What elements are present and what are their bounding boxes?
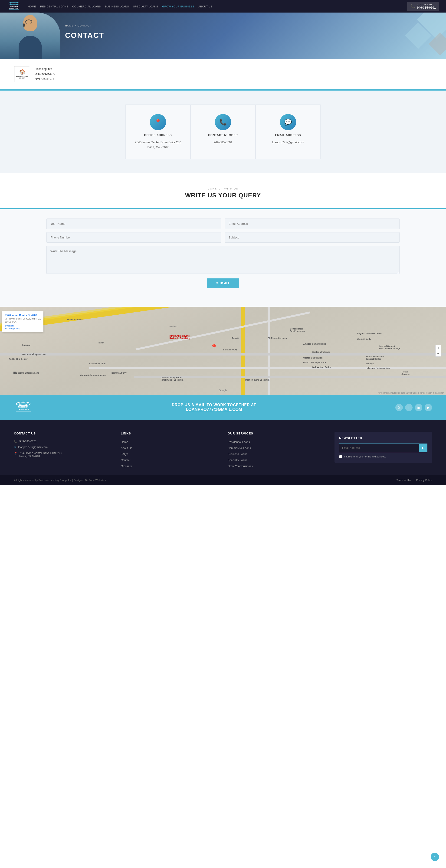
footer-email-item: ✉ loanpro777@gmail.com bbox=[14, 445, 112, 449]
footer-logo-svg: PRECISION LENDING GROUP bbox=[14, 401, 32, 414]
footer-services-col: OUR SERVICES Residential Loans Commercia… bbox=[228, 432, 325, 468]
message-textarea[interactable] bbox=[47, 246, 399, 274]
form-row-2 bbox=[47, 232, 399, 243]
breadcrumb-current: CONTACT bbox=[78, 24, 91, 27]
footer-service-grow[interactable]: Grow Your Business bbox=[228, 464, 325, 468]
contact-number-title: CONTACT NUMBER bbox=[208, 133, 238, 137]
map-road-h1 bbox=[0, 353, 446, 355]
phone-icon: 📞 bbox=[411, 4, 415, 8]
footer-link-faq[interactable]: FAQ's bbox=[121, 452, 218, 456]
svg-text:LENDING GROUP: LENDING GROUP bbox=[9, 7, 19, 9]
submit-row: SUBMIT bbox=[47, 278, 399, 298]
footer-service-business[interactable]: Business Loans bbox=[228, 452, 325, 456]
contact-cards-section: 📍 OFFICE ADDRESS 7540 Irvine Center Driv… bbox=[0, 91, 446, 173]
footer-service-commercial[interactable]: Commercial Loans bbox=[228, 446, 325, 450]
terms-link[interactable]: Terms of Use bbox=[396, 479, 412, 482]
social-linkedin[interactable]: in bbox=[415, 404, 422, 411]
breadcrumb: HOME › CONTACT bbox=[65, 24, 91, 27]
copyright-text: All rights reserved by Precision Lending… bbox=[14, 479, 106, 482]
svg-point-6 bbox=[19, 403, 27, 405]
map-placeholder[interactable]: Thales Avionics Masimo PC Expert Service… bbox=[0, 307, 446, 395]
location-icon: 📍 bbox=[154, 119, 162, 126]
map-pin: 📍 bbox=[210, 344, 218, 351]
footer-link-contact[interactable]: Contact bbox=[121, 458, 218, 462]
equal-housing-icon: 🏠 EQUAL HOUSINGLENDER bbox=[14, 66, 30, 82]
map-section: Thales Avionics Masimo PC Expert Service… bbox=[0, 307, 446, 395]
map-label-barranca2: Barranca Pkwy bbox=[112, 372, 127, 374]
footer-link-glossary[interactable]: Glossary bbox=[121, 464, 218, 468]
logo[interactable]: PRECISION LENDING GROUP bbox=[7, 1, 21, 11]
nav-item-about[interactable]: ABOUT US bbox=[198, 4, 212, 8]
map-label-masimo: Masimo bbox=[170, 325, 177, 328]
nav-item-specialty[interactable]: SPECIALTY LOANS bbox=[133, 4, 158, 8]
card-contact-number: 📞 CONTACT NUMBER 949-385-0701 bbox=[190, 104, 256, 159]
newsletter-agree-text: I agree to all your terms and policies. bbox=[344, 455, 386, 458]
footer-drop-title: DROP US A MAIL TO WORK TOGETHER AT bbox=[42, 403, 386, 407]
footer-email[interactable]: LOANPRO777@GMAIL.COM bbox=[42, 407, 386, 412]
footer-newsletter-col: NEWSLETTER ➤ I agree to all your terms a… bbox=[334, 432, 432, 468]
footer-links-list: Home About Us FAQ's Contact Glossary bbox=[121, 440, 218, 468]
map-label-marriott: Marriott Irvine Spectrum bbox=[245, 379, 269, 381]
newsletter-agree-row: I agree to all your terms and policies. bbox=[339, 455, 427, 458]
social-facebook[interactable]: f bbox=[405, 404, 413, 411]
name-input[interactable] bbox=[47, 218, 221, 229]
breadcrumb-home[interactable]: HOME bbox=[65, 24, 73, 27]
newsletter-send-button[interactable]: ➤ bbox=[419, 444, 427, 452]
map-info-box: 7540 Irvine Center Dr #200 7540 Irvine C… bbox=[2, 311, 43, 332]
address-icon-circle: 📍 bbox=[150, 114, 166, 130]
google-logo: Google bbox=[219, 389, 227, 392]
map-label-costco-gas: Costco Gas Station bbox=[303, 357, 323, 359]
nav-item-grow[interactable]: GROW YOUR BUSINESS bbox=[162, 4, 194, 8]
footer-address-item: 📍 7540 Irvine Center Drive Suite 200 Irv… bbox=[14, 452, 112, 458]
message-icon: 💬 bbox=[284, 119, 292, 126]
footer-service-specialty[interactable]: Specialty Loans bbox=[228, 458, 325, 462]
newsletter-agree-checkbox[interactable] bbox=[339, 455, 342, 458]
map-label-harvest: Second HarvestFood Bank of Orange... bbox=[379, 345, 402, 350]
map-directions-link[interactable]: Directions bbox=[5, 324, 41, 327]
footer-phone-icon: 📞 bbox=[14, 440, 18, 443]
contact-number-value: 949-385-0701 bbox=[214, 140, 233, 145]
map-label-trace3: Trace3 bbox=[232, 337, 239, 339]
nav-item-business[interactable]: BUSINESS LOANS bbox=[105, 4, 129, 8]
map-zoom-out[interactable]: − bbox=[436, 351, 441, 356]
map-larger-link[interactable]: View larger map bbox=[5, 328, 41, 330]
licensing-line2: DRE #01253873 bbox=[35, 71, 56, 76]
map-label-barranpkwy: Barranc Pkwy bbox=[223, 348, 237, 351]
footer-service-residential[interactable]: Residential Loans bbox=[228, 440, 325, 444]
query-section: CONTACT WITH US WRITE US YOUR QUERY bbox=[0, 173, 446, 204]
footer-middle: CONTACT US 📞 949-385-0701 ✉ loanpro777@g… bbox=[0, 420, 446, 475]
submit-button[interactable]: SUBMIT bbox=[207, 278, 239, 288]
footer-top-text: DROP US A MAIL TO WORK TOGETHER AT LOANP… bbox=[42, 403, 386, 412]
footer-link-about[interactable]: About Us bbox=[121, 446, 218, 450]
subject-input[interactable] bbox=[225, 232, 399, 243]
licensing-line1: Licensing Info - bbox=[35, 67, 56, 72]
email-input[interactable] bbox=[225, 218, 399, 229]
nav-contact: 📞 CONTACT US 949-385-0701 bbox=[407, 2, 439, 11]
map-label-consolidated: ConsolidatedFire Protection bbox=[290, 328, 305, 332]
svg-text:PRECISION: PRECISION bbox=[18, 406, 28, 408]
privacy-link[interactable]: Privacy Policy bbox=[416, 479, 432, 482]
newsletter-email-input[interactable] bbox=[339, 444, 419, 452]
form-row-1 bbox=[47, 218, 399, 229]
phone-input[interactable] bbox=[47, 232, 221, 243]
newsletter-input-row: ➤ bbox=[339, 443, 427, 452]
social-twitter[interactable]: 𝕏 bbox=[395, 404, 403, 411]
navbar: PRECISION LENDING GROUP HOME RESIDENTIAL… bbox=[0, 0, 446, 12]
email-address-value: loanpro777@gmail.com bbox=[272, 140, 304, 145]
map-label-boar: Boar's Head Store/Support Center bbox=[366, 355, 384, 360]
footer-logo: PRECISION LENDING GROUP bbox=[14, 401, 32, 414]
map-label-amazon: Amazon Game Studios bbox=[303, 343, 326, 345]
svg-text:LENDING GROUP: LENDING GROUP bbox=[17, 408, 30, 410]
nav-item-commercial[interactable]: COMMERCIAL LOANS bbox=[72, 4, 101, 8]
social-youtube[interactable]: ▶ bbox=[425, 404, 432, 411]
map-label-laguna: Lagunal bbox=[22, 344, 30, 346]
nav-item-home[interactable]: HOME bbox=[28, 4, 36, 8]
breadcrumb-sep: › bbox=[75, 24, 76, 27]
nav-item-residential[interactable]: RESIDENTIAL LOANS bbox=[40, 4, 68, 8]
footer-link-home[interactable]: Home bbox=[121, 440, 218, 444]
phone-card-icon: 📞 bbox=[219, 119, 227, 126]
card-email-address: 💬 EMAIL ADDRESS loanpro777@gmail.com bbox=[256, 104, 321, 159]
map-zoom-in[interactable]: + bbox=[436, 345, 441, 351]
map-label-thales: Thales Avionics bbox=[67, 318, 83, 321]
map-label-cpr: The CPR Lady bbox=[357, 338, 371, 340]
